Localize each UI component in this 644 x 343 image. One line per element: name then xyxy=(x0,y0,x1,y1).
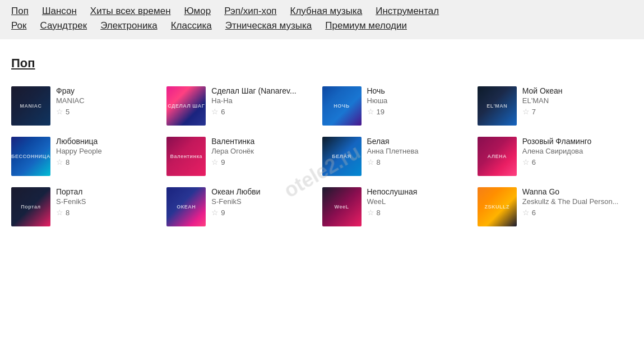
genre-link-rap[interactable]: Рэп/хип-хоп xyxy=(224,6,276,17)
track-item[interactable]: БЕССОННИЦАЛюбовницаHappy People☆8 xyxy=(11,131,166,182)
track-title: Портал xyxy=(56,187,162,196)
album-art: MANIAC xyxy=(11,86,50,126)
art-overlay: WeeL xyxy=(322,187,362,226)
album-art: СДЕЛАЛ ШАГ xyxy=(166,86,206,126)
art-text: Портал xyxy=(21,204,40,210)
art-overlay: Портал xyxy=(11,187,50,226)
track-item[interactable]: WeeLНепослушнаяWeeL☆8 xyxy=(322,182,478,232)
rating-count: 8 xyxy=(377,208,381,217)
art-text: ZSKULLZ xyxy=(485,204,510,210)
track-item[interactable]: СДЕЛАЛ ШАГСделал Шаг (Nanarev...На-На☆6 xyxy=(166,81,322,131)
genre-link-pop[interactable]: Поп xyxy=(11,6,29,17)
track-artist: Нюша xyxy=(367,96,473,105)
art-overlay: АЛЕНА xyxy=(478,137,517,176)
track-info: Океан ЛюбвиS-FenikS☆9 xyxy=(211,187,317,217)
rating-count: 6 xyxy=(221,108,225,116)
genre-link-ethnic[interactable]: Этническая музыка xyxy=(225,20,312,31)
track-artist: S-FenikS xyxy=(56,197,162,206)
track-artist: S-FenikS xyxy=(211,197,317,206)
art-text: АЛЕНА xyxy=(488,154,507,159)
music-grid: MANIACФрауMANIAC☆5СДЕЛАЛ ШАГСделал Шаг (… xyxy=(11,81,633,232)
rating-count: 7 xyxy=(532,108,536,116)
rating-count: 8 xyxy=(66,208,70,217)
rating-count: 6 xyxy=(532,208,536,217)
album-art: Валентинка xyxy=(166,137,206,176)
section-title: Поп xyxy=(11,56,633,71)
rating-count: 5 xyxy=(66,108,70,116)
art-text: БЕССОННИЦА xyxy=(11,154,50,159)
star-icon: ☆ xyxy=(211,107,219,116)
art-overlay: БЕССОННИЦА xyxy=(11,137,50,176)
track-title: Фрау xyxy=(56,86,162,95)
track-artist: WeeL xyxy=(367,197,473,206)
star-icon: ☆ xyxy=(367,107,374,116)
track-rating: ☆6 xyxy=(522,208,628,217)
genre-link-humor[interactable]: Юмор xyxy=(184,6,211,17)
star-icon: ☆ xyxy=(56,208,63,217)
art-text: WeeL xyxy=(335,204,349,210)
genre-link-soundtrack[interactable]: Саундтрек xyxy=(40,20,87,31)
track-rating: ☆8 xyxy=(367,157,473,166)
track-title: Валентинка xyxy=(211,137,317,146)
rating-count: 9 xyxy=(221,158,225,166)
track-info: НепослушнаяWeeL☆8 xyxy=(367,187,473,217)
art-overlay: Валентинка xyxy=(166,137,206,176)
genre-link-shanson[interactable]: Шансон xyxy=(42,6,77,17)
track-info: Мой ОкеанEL'MAN☆7 xyxy=(522,86,628,116)
track-artist: Zeskullz & The Dual Person... xyxy=(522,197,628,206)
art-overlay: НОЧЬ xyxy=(322,86,362,126)
genre-nav: ПопШансонХиты всех временЮморРэп/хип-хоп… xyxy=(0,0,644,39)
track-artist: Лера Огонёк xyxy=(211,147,317,155)
track-item[interactable]: ОКЕАНОкеан ЛюбвиS-FenikS☆9 xyxy=(166,182,322,232)
track-artist: Анна Плетнева xyxy=(367,147,473,155)
track-info: Wanna GoZeskullz & The Dual Person...☆6 xyxy=(522,187,628,217)
track-rating: ☆7 xyxy=(522,107,628,116)
track-rating: ☆9 xyxy=(211,208,317,217)
track-rating: ☆8 xyxy=(367,208,473,217)
album-art: БЕЛАЯ xyxy=(322,137,362,176)
star-icon: ☆ xyxy=(367,208,374,217)
track-title: Сделал Шаг (Nanarev... xyxy=(211,86,317,95)
track-item[interactable]: EL'MANМой ОкеанEL'MAN☆7 xyxy=(478,81,633,131)
genre-link-club[interactable]: Клубная музыка xyxy=(290,6,363,17)
rating-count: 8 xyxy=(66,158,70,166)
album-art: ОКЕАН xyxy=(166,187,206,226)
track-artist: MANIAC xyxy=(56,96,162,105)
album-art: НОЧЬ xyxy=(322,86,362,126)
track-artist: На-На xyxy=(211,96,317,105)
track-item[interactable]: АЛЕНАРозовый ФламингоАлена Свиридова☆6 xyxy=(478,131,633,182)
track-item[interactable]: MANIACФрауMANIAC☆5 xyxy=(11,81,166,131)
star-icon: ☆ xyxy=(211,208,219,217)
rating-count: 9 xyxy=(221,208,225,217)
track-title: Розовый Фламинго xyxy=(522,137,628,146)
genre-link-hits[interactable]: Хиты всех времен xyxy=(90,6,171,17)
genre-link-classic[interactable]: Классика xyxy=(171,20,212,31)
track-title: Любовница xyxy=(56,137,162,146)
track-rating: ☆9 xyxy=(211,157,317,166)
track-item[interactable]: ZSKULLZWanna GoZeskullz & The Dual Perso… xyxy=(478,182,633,232)
track-item[interactable]: ПорталПорталS-FenikS☆8 xyxy=(11,182,166,232)
track-info: ПорталS-FenikS☆8 xyxy=(56,187,162,217)
art-overlay: EL'MAN xyxy=(478,86,517,126)
rating-count: 6 xyxy=(532,158,536,166)
track-rating: ☆19 xyxy=(367,107,473,116)
star-icon: ☆ xyxy=(56,107,63,116)
main-content: Поп MANIACФрауMANIAC☆5СДЕЛАЛ ШАГСделал Ш… xyxy=(0,39,644,238)
track-item[interactable]: БЕЛАЯБелаяАнна Плетнева☆8 xyxy=(322,131,478,182)
genre-link-rock[interactable]: Рок xyxy=(11,20,26,31)
genre-link-instrumental[interactable]: Инструментал xyxy=(376,6,439,17)
track-artist: EL'MAN xyxy=(522,96,628,105)
track-rating: ☆6 xyxy=(522,157,628,166)
track-item[interactable]: ВалентинкаВалентинкаЛера Огонёк☆9 xyxy=(166,131,322,182)
album-art: Портал xyxy=(11,187,50,226)
track-title: Непослушная xyxy=(367,187,473,196)
art-text: СДЕЛАЛ ШАГ xyxy=(168,103,205,109)
genre-link-premium[interactable]: Премиум мелодии xyxy=(325,20,407,31)
art-overlay: СДЕЛАЛ ШАГ xyxy=(166,86,206,126)
art-text: MANIAC xyxy=(20,103,42,109)
art-text: БЕЛАЯ xyxy=(332,154,351,159)
genre-link-electronic[interactable]: Электроника xyxy=(100,20,157,31)
art-text: EL'MAN xyxy=(487,103,507,109)
track-rating: ☆5 xyxy=(56,107,162,116)
track-item[interactable]: НОЧЬНочьНюша☆19 xyxy=(322,81,478,131)
